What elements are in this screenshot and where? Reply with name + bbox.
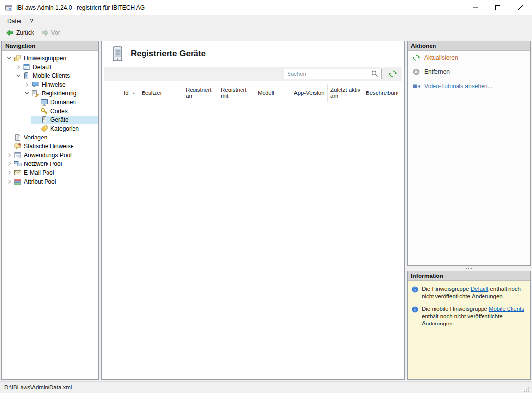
column-beschreibung[interactable]: Beschreibung bbox=[363, 84, 398, 102]
right-column: Aktionen Aktualisieren Entfernen bbox=[407, 41, 531, 380]
chevron-right-icon[interactable] bbox=[5, 151, 14, 159]
actions-filler bbox=[408, 93, 530, 265]
expander-spacer bbox=[5, 134, 14, 141]
action-list: Aktualisieren Entfernen Video-Tutorials … bbox=[408, 51, 530, 93]
chevron-right-icon[interactable] bbox=[14, 63, 23, 71]
domaenen-icon bbox=[40, 98, 48, 106]
navigation-panel: Navigation Hinweisgruppen Default Mobile… bbox=[1, 41, 99, 380]
column-registriert-am[interactable]: Registriert am bbox=[183, 84, 218, 102]
column-app-version[interactable]: App-Version bbox=[291, 84, 328, 102]
chevron-down-icon[interactable] bbox=[14, 72, 23, 80]
anwendungs-pool-icon bbox=[14, 151, 22, 159]
search-box bbox=[284, 69, 382, 79]
column-label: Beschreibung bbox=[366, 90, 398, 96]
forward-label: Vor bbox=[51, 29, 60, 36]
tree-item-geraete[interactable]: Geräte bbox=[31, 116, 98, 124]
tree-item-mobile-clients[interactable]: Mobile Clients bbox=[14, 71, 98, 80]
action-video-tutorials[interactable]: Video-Tutorials ansehen... bbox=[408, 79, 530, 93]
minimize-icon bbox=[473, 5, 478, 10]
chevron-right-icon[interactable] bbox=[5, 178, 14, 185]
tree-item-kategorien[interactable]: Kategorien bbox=[31, 124, 98, 133]
tree-item-email-pool[interactable]: E-Mail Pool bbox=[5, 168, 98, 177]
information-body: Die Hinweisgruppe Default enthält noch n… bbox=[408, 281, 530, 379]
menu-help[interactable]: ? bbox=[25, 16, 38, 26]
column-label: Id bbox=[124, 90, 129, 96]
hinweisgruppen-icon bbox=[14, 54, 22, 62]
actions-header: Aktionen bbox=[408, 41, 530, 51]
resize-grip[interactable] bbox=[523, 386, 530, 393]
column-id[interactable]: Id▲ bbox=[121, 84, 139, 102]
tree-item-codes[interactable]: Codes bbox=[31, 107, 98, 116]
hinweise-icon bbox=[31, 81, 39, 89]
column-zuletzt-aktiv-am[interactable]: Zuletzt aktiv am bbox=[328, 84, 363, 102]
chevron-down-icon[interactable] bbox=[5, 54, 14, 62]
status-path: D:\IBI-aws\Admin\Data.xml bbox=[4, 384, 72, 390]
mobile-device-icon bbox=[112, 46, 123, 61]
action-aktualisieren[interactable]: Aktualisieren bbox=[408, 51, 530, 65]
info-text-suffix: enthält noch nicht veröffentlichte Änder… bbox=[422, 313, 503, 326]
search-input[interactable] bbox=[284, 71, 371, 77]
back-label: Zurück bbox=[16, 29, 34, 36]
tree-item-label: Registrierung bbox=[42, 90, 76, 97]
tree-item-vorlagen[interactable]: Vorlagen bbox=[5, 133, 98, 142]
table-header: Id▲ Besitzer Registriert am Registriert … bbox=[112, 84, 398, 102]
tree-item-label: Kategorien bbox=[50, 125, 79, 132]
tree-item-label: Default bbox=[33, 64, 51, 70]
app-icon bbox=[5, 4, 13, 12]
page-title: Registrierte Geräte bbox=[131, 49, 206, 59]
actions-panel: Aktionen Aktualisieren Entfernen bbox=[407, 41, 531, 266]
back-arrow-icon bbox=[6, 29, 14, 37]
search-icon[interactable] bbox=[371, 70, 380, 78]
tree-item-anwendungs-pool[interactable]: Anwendungs Pool bbox=[5, 151, 98, 160]
tree-item-netzwerk-pool[interactable]: Netzwerk Pool bbox=[5, 160, 98, 168]
mobile-clients-icon bbox=[23, 72, 30, 80]
maximize-button[interactable] bbox=[486, 0, 509, 15]
menu-bar: Datei ? bbox=[0, 15, 532, 27]
column-registriert-mit[interactable]: Registriert mit bbox=[218, 84, 255, 102]
content-area: Navigation Hinweisgruppen Default Mobile… bbox=[0, 39, 532, 381]
video-icon bbox=[412, 82, 420, 90]
column-modell[interactable]: Modell bbox=[255, 84, 291, 102]
tree-item-attribut-pool[interactable]: Attribut Pool bbox=[5, 177, 98, 186]
panel-splitter[interactable] bbox=[407, 266, 531, 271]
close-button[interactable] bbox=[509, 0, 532, 15]
column-row-selector[interactable] bbox=[112, 84, 121, 102]
window-controls bbox=[464, 0, 532, 15]
netzwerk-pool-icon bbox=[14, 160, 22, 168]
window-title: IBI-aws Admin 1.24.0 - registriert für I… bbox=[16, 4, 145, 11]
title-bar: IBI-aws Admin 1.24.0 - registriert für I… bbox=[0, 0, 532, 15]
tree-item-domaenen[interactable]: Domänen bbox=[31, 98, 98, 107]
tree-item-default[interactable]: Default bbox=[14, 63, 98, 71]
info-icon bbox=[411, 286, 419, 293]
chevron-down-icon[interactable] bbox=[23, 90, 31, 97]
column-label: Besitzer bbox=[142, 90, 162, 96]
back-button[interactable]: Zurück bbox=[4, 28, 36, 38]
chevron-right-icon[interactable] bbox=[5, 160, 14, 168]
forward-arrow-icon bbox=[41, 29, 49, 37]
action-label: Aktualisieren bbox=[424, 54, 458, 61]
maximize-icon bbox=[495, 5, 500, 10]
tree-item-statische-hinweise[interactable]: Statische Hinweise bbox=[5, 142, 98, 151]
tree-item-label: E-Mail Pool bbox=[24, 169, 54, 176]
tree-item-hinweisgruppen[interactable]: Hinweisgruppen bbox=[5, 54, 98, 63]
tree-item-hinweise[interactable]: Hinweise bbox=[23, 80, 98, 89]
column-label: Zuletzt aktiv am bbox=[330, 87, 361, 99]
menu-datei[interactable]: Datei bbox=[3, 16, 25, 26]
information-panel: Information Die Hinweisgruppe Default en… bbox=[407, 271, 531, 380]
expander-spacer bbox=[31, 125, 40, 133]
info-text-prefix: Die Hinweisgruppe bbox=[422, 286, 471, 292]
chevron-right-icon[interactable] bbox=[5, 169, 14, 177]
forward-button[interactable]: Vor bbox=[39, 28, 62, 38]
default-link[interactable]: Default bbox=[471, 286, 488, 292]
column-besitzer[interactable]: Besitzer bbox=[139, 84, 183, 102]
action-entfernen[interactable]: Entfernen bbox=[408, 65, 530, 79]
mobile-clients-link[interactable]: Mobile Clients bbox=[489, 306, 524, 312]
info-text-prefix: Die mobile Hinweisgruppe bbox=[422, 306, 489, 312]
refresh-icon[interactable] bbox=[388, 69, 397, 78]
minimize-button[interactable] bbox=[464, 0, 486, 15]
info-icon bbox=[411, 306, 419, 313]
chevron-right-icon[interactable] bbox=[23, 81, 31, 89]
default-group-icon bbox=[23, 63, 30, 71]
tree-item-registrierung[interactable]: Registrierung bbox=[23, 89, 98, 98]
registrierung-icon bbox=[31, 90, 39, 97]
